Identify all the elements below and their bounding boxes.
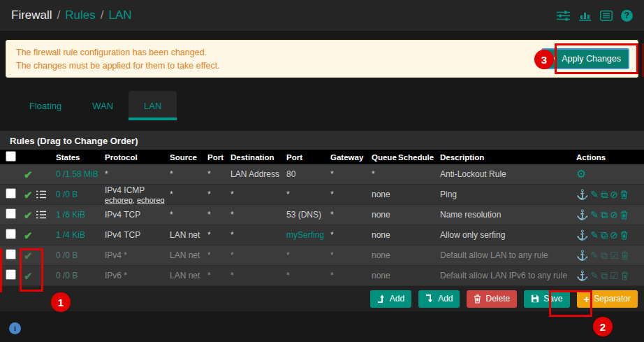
cell-actions: ⚙ <box>576 169 644 180</box>
cell-actions: ⚓✎⧉⊘ <box>576 190 644 199</box>
column-header: Queue <box>372 153 398 162</box>
add-rule-bottom-button[interactable]: Add <box>418 290 460 308</box>
move-anchor-icon[interactable]: ⚓ <box>576 250 588 260</box>
cell-source: * <box>170 210 207 220</box>
copy-rule-icon[interactable]: ⧉ <box>601 271 608 280</box>
delete-rules-button[interactable]: Delete <box>467 290 517 308</box>
move-anchor-icon[interactable]: ⚓ <box>576 190 588 199</box>
breadcrumb-page-link[interactable]: Rules <box>65 8 95 22</box>
move-anchor-icon[interactable]: ⚓ <box>576 230 588 240</box>
disable-rule-icon[interactable]: ⊘ <box>610 190 618 199</box>
edit-pencil-icon[interactable]: ✎ <box>590 271 599 280</box>
rule-row[interactable]: ✔0 /0 BIPv4 *LAN net****noneDefault allo… <box>0 245 644 266</box>
tab-floating[interactable]: Floating <box>14 91 77 120</box>
select-all-checkbox[interactable] <box>6 151 16 162</box>
enable-rule-icon[interactable]: ☑ <box>610 271 619 280</box>
rule-row[interactable]: ✔0 /0 BIPv4 ICMPechorep, echoreq*****non… <box>0 185 644 205</box>
row-checkbox[interactable] <box>6 229 16 239</box>
level-down-arrow-icon <box>425 294 434 303</box>
cell-states: 1 /4 KiB <box>56 230 105 240</box>
states-value: 0 /0 B <box>56 250 78 260</box>
trash-icon <box>474 294 481 304</box>
cell-description: Ping <box>440 190 576 199</box>
copy-rule-icon[interactable]: ⧉ <box>601 250 608 260</box>
cell-state-icons: ✔ <box>24 230 56 241</box>
cell-description: Anti-Lockout Rule <box>440 169 576 179</box>
cell-states: 0 /0 B <box>56 250 105 260</box>
log-list-icon[interactable] <box>600 10 613 21</box>
log-states-icon[interactable] <box>36 190 46 199</box>
gear-icon[interactable]: ⚙ <box>576 169 586 180</box>
tab-wan[interactable]: WAN <box>77 91 129 120</box>
add-rule-top-button[interactable]: Add <box>370 290 411 308</box>
button-label: Delete <box>485 294 510 304</box>
delete-rule-icon[interactable] <box>621 271 629 280</box>
rule-row[interactable]: ✔0 /0 BIPv6 *LAN net****noneDefault allo… <box>0 266 644 286</box>
add-separator-button[interactable]: +Separator <box>577 290 638 308</box>
rule-row[interactable]: ✔0 /1.58 MiB***LAN Address80**Anti-Locko… <box>0 164 644 185</box>
column-header: Port <box>286 153 330 162</box>
edit-pencil-icon[interactable]: ✎ <box>590 190 599 199</box>
info-icon[interactable]: i <box>9 322 21 334</box>
column-header: Description <box>440 153 576 162</box>
protocol-value: IPv4 * <box>105 250 170 260</box>
help-icon[interactable]: ? <box>621 10 633 22</box>
protocol-value: * <box>105 169 170 179</box>
cell-description: Default allow LAN IPv6 to any rule <box>440 271 576 280</box>
copy-rule-icon[interactable]: ⧉ <box>601 230 608 240</box>
delete-rule-icon[interactable] <box>620 211 628 220</box>
edit-pencil-icon[interactable]: ✎ <box>590 250 599 260</box>
pass-check-icon: ✔ <box>24 210 33 220</box>
pfsense-firewall-rules-page: Firewall / Rules / LAN ? The firewall ru… <box>0 0 644 342</box>
port-alias-link[interactable]: mySerfing <box>286 230 324 240</box>
copy-rule-icon[interactable]: ⧉ <box>601 210 608 220</box>
cell-description: Default allow LAN to any rule <box>440 250 576 260</box>
cell-state-icons: ✔ <box>24 210 56 220</box>
icmp-type-link[interactable]: echorep <box>105 196 133 204</box>
edit-pencil-icon[interactable]: ✎ <box>590 210 599 220</box>
row-checkbox[interactable] <box>6 208 16 219</box>
cell-actions: ⚓✎⧉⊘ <box>576 230 644 240</box>
rules-footer-toolbar: AddAddDeleteSave+Separator <box>0 286 644 311</box>
icmp-type-link[interactable]: echoreq <box>137 196 165 204</box>
filter-sliders-icon[interactable] <box>557 10 570 21</box>
breadcrumb-section: Firewall <box>11 8 52 22</box>
cell-state-icons: ✔ <box>24 271 56 281</box>
delete-rule-icon[interactable] <box>620 190 628 199</box>
move-anchor-icon[interactable]: ⚓ <box>576 210 588 220</box>
delete-rule-icon[interactable] <box>621 251 629 260</box>
rule-row[interactable]: ✔1 /4 KiBIPv4 TCPLAN net**mySerfing*none… <box>0 225 644 245</box>
column-header: Protocol <box>105 153 170 162</box>
breadcrumb-tab-link[interactable]: LAN <box>109 8 132 22</box>
disable-rule-icon[interactable]: ⊘ <box>610 210 618 220</box>
cell-source: LAN net <box>170 250 207 260</box>
cell-states: 1 /6 KiB <box>56 210 105 220</box>
disable-rule-icon[interactable]: ⊘ <box>610 230 618 240</box>
states-value: 1 /4 KiB <box>56 230 85 240</box>
protocol-value: IPv6 * <box>105 271 170 280</box>
row-checkbox[interactable] <box>6 188 16 199</box>
rule-row[interactable]: ✔1 /6 KiBIPv4 TCP***53 (DNS)*noneName re… <box>0 205 644 225</box>
cell-source-port: * <box>207 190 230 199</box>
tab-lan[interactable]: LAN <box>129 91 177 120</box>
row-checkbox[interactable] <box>6 249 16 259</box>
protocol-options: echorep, echoreq <box>105 196 170 204</box>
row-checkbox[interactable] <box>6 269 16 280</box>
cell-state-icons: ✔ <box>24 250 56 261</box>
apply-changes-button[interactable]: ✔ Apply Changes <box>541 48 629 69</box>
cell-protocol: IPv6 * <box>105 271 170 280</box>
save-order-button[interactable]: Save <box>524 290 569 308</box>
chart-icon[interactable] <box>578 10 592 21</box>
delete-rule-icon[interactable] <box>620 231 628 240</box>
button-label: Add <box>390 294 404 304</box>
cell-state-icons: ✔ <box>24 190 56 200</box>
cell-select <box>6 208 24 221</box>
cell-source-port: * <box>207 230 230 240</box>
cell-destination-port: * <box>286 271 330 280</box>
move-anchor-icon[interactable]: ⚓ <box>576 271 588 280</box>
enable-rule-icon[interactable]: ☑ <box>610 250 619 260</box>
log-states-icon[interactable] <box>36 211 46 219</box>
cell-gateway: * <box>330 210 372 220</box>
edit-pencil-icon[interactable]: ✎ <box>590 230 599 240</box>
copy-rule-icon[interactable]: ⧉ <box>601 190 608 199</box>
